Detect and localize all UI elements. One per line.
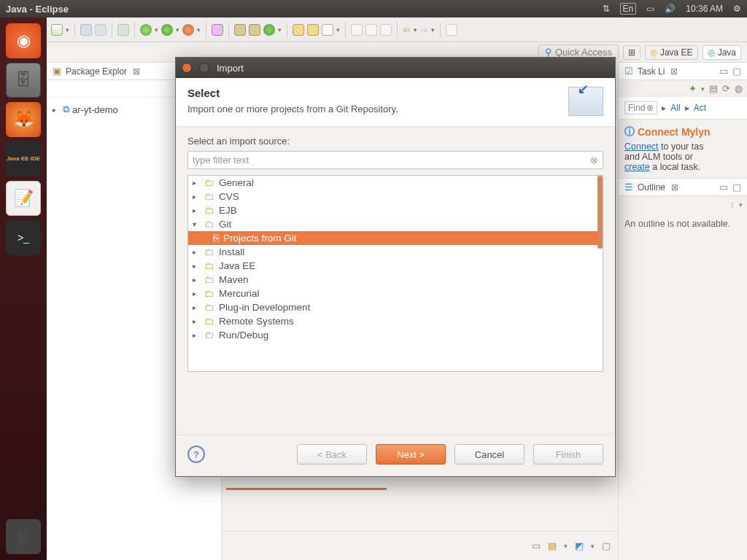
open-type-icon[interactable] — [293, 24, 304, 36]
console-min-icon[interactable]: ▭ — [532, 540, 541, 551]
launcher-trash[interactable]: 🗑 — [6, 519, 41, 554]
nav-back-icon[interactable]: ⇦ — [403, 24, 411, 35]
clock[interactable]: 10:36 AM — [686, 4, 723, 14]
task-find-input[interactable]: Find ⊗ — [624, 101, 657, 114]
launcher-gedit[interactable]: 📝 — [6, 181, 41, 216]
import-category-java-ee[interactable]: 🗀Java EE — [188, 259, 603, 273]
clear-icon[interactable]: ⊗ — [646, 103, 654, 113]
problems-view-icon[interactable]: ◩ — [575, 540, 584, 551]
tasks-view-icon[interactable]: ▢ — [602, 540, 611, 551]
perspective-java[interactable]: ◎ Java — [703, 45, 741, 60]
toolbar-dropdown-icon[interactable]: ▾ — [66, 26, 69, 34]
import-category-remote-systems[interactable]: 🗀Remote Systems — [188, 314, 603, 328]
new-package-icon[interactable] — [234, 24, 246, 36]
tree-twisty-icon[interactable] — [193, 317, 200, 325]
nav-forward-icon[interactable]: ⇨ — [420, 24, 428, 35]
tree-twisty-icon[interactable] — [193, 206, 200, 214]
synchronize-icon[interactable]: ⟳ — [722, 83, 730, 94]
open-perspective-button[interactable]: ⊞ — [623, 45, 640, 60]
import-source-projects-from-git[interactable]: ⎘ Projects from Git — [188, 231, 603, 245]
tree-twisty-icon[interactable] — [193, 220, 200, 228]
import-category-mercurial[interactable]: 🗀Mercurial — [188, 287, 603, 300]
launcher-terminal[interactable]: >_ — [6, 220, 41, 255]
close-icon[interactable]: ⊠ — [133, 66, 140, 77]
tree-twisty-icon[interactable]: ▸ — [53, 106, 60, 114]
tree-twisty-icon[interactable] — [193, 276, 200, 284]
search-icon[interactable] — [322, 24, 333, 36]
clear-filter-icon[interactable]: ⊗ — [590, 155, 598, 166]
toggle-mark-icon[interactable] — [351, 24, 363, 36]
cancel-button[interactable]: Cancel — [454, 444, 525, 464]
outline-tab[interactable]: ☰ Outline ⊠ ▭ ▢ — [619, 178, 747, 196]
tree-twisty-icon[interactable] — [193, 192, 200, 201]
save-all-icon[interactable] — [95, 24, 107, 36]
battery-icon[interactable]: ▭ — [646, 4, 654, 14]
back-button[interactable]: < Back — [297, 444, 367, 464]
keyboard-indicator[interactable]: En — [620, 3, 637, 15]
tree-twisty-icon[interactable] — [193, 262, 200, 270]
run-icon[interactable] — [161, 24, 173, 36]
minimize-icon[interactable]: ▭ — [719, 182, 728, 192]
sort-icon[interactable]: ↕ — [730, 199, 735, 210]
categorize-icon[interactable]: ▤ — [709, 83, 718, 94]
debug-icon[interactable] — [140, 24, 152, 36]
dialog-titlebar[interactable]: Import — [176, 58, 615, 78]
show-whitespace-icon[interactable] — [380, 24, 392, 36]
tree-twisty-icon[interactable] — [193, 248, 200, 256]
tree-twisty-icon[interactable] — [193, 289, 200, 298]
new-interface-icon[interactable] — [263, 24, 275, 36]
tree-twisty-icon[interactable] — [193, 303, 200, 311]
window-title: Java - Eclipse — [6, 4, 69, 15]
maximize-icon[interactable]: ▢ — [732, 182, 741, 192]
save-icon[interactable] — [80, 24, 92, 36]
pin-editor-icon[interactable] — [446, 24, 457, 36]
console-view-icon[interactable]: ▤ — [548, 540, 557, 551]
view-menu-icon[interactable]: ▾ — [739, 201, 743, 209]
import-category-general[interactable]: 🗀General — [188, 176, 603, 190]
filter-activate[interactable]: Act — [694, 103, 706, 113]
volume-icon[interactable]: 🔊 — [665, 4, 676, 14]
new-class-icon[interactable] — [249, 24, 260, 36]
new-task-icon[interactable]: ✦ — [689, 83, 697, 94]
close-icon[interactable]: ⊠ — [670, 66, 678, 77]
run-last-icon[interactable] — [182, 24, 194, 36]
import-category-install[interactable]: 🗀Install — [188, 245, 603, 259]
filter-input[interactable]: type filter text ⊗ — [187, 151, 603, 169]
close-icon[interactable]: ⊠ — [671, 182, 678, 192]
coverage-icon[interactable] — [212, 24, 223, 36]
maximize-icon[interactable]: ▢ — [732, 66, 741, 77]
next-button[interactable]: Next > — [376, 444, 446, 464]
new-wizard-icon[interactable] — [51, 24, 63, 36]
minimize-icon[interactable]: ▭ — [719, 66, 728, 77]
focus-icon[interactable]: ◍ — [735, 83, 743, 94]
task-list-tab[interactable]: ☑ Task Li ⊠ ▭ ▢ — [619, 63, 747, 80]
tree-twisty-icon[interactable] — [193, 331, 200, 339]
import-category-git[interactable]: 🗀Git — [188, 217, 603, 231]
launcher-eclipse[interactable]: Java EE IDE — [6, 141, 41, 176]
gear-icon[interactable]: ⚙ — [733, 4, 741, 14]
build-icon[interactable] — [117, 24, 129, 36]
scrollbar-thumb[interactable] — [597, 176, 603, 249]
launcher-firefox[interactable]: 🦊 — [6, 102, 41, 137]
mylyn-create-link[interactable]: create — [624, 162, 650, 172]
window-minimize-icon[interactable] — [199, 63, 209, 73]
import-category-cvs[interactable]: 🗀CVS — [188, 190, 603, 203]
mylyn-connect-link[interactable]: Connect — [624, 141, 659, 152]
import-category-run-debug[interactable]: 🗀Run/Debug — [188, 328, 603, 342]
category-label: CVS — [219, 191, 239, 202]
filter-all[interactable]: All — [670, 103, 680, 113]
network-icon[interactable]: ⇅ — [603, 4, 610, 14]
import-source-tree[interactable]: 🗀General🗀CVS🗀EJB🗀Git⎘ Projects from Git🗀… — [187, 175, 603, 372]
import-category-ejb[interactable]: 🗀EJB — [188, 203, 603, 217]
open-task-icon[interactable] — [307, 24, 319, 36]
toggle-block-icon[interactable] — [365, 24, 377, 36]
window-close-icon[interactable] — [182, 63, 192, 73]
import-category-plug-in-development[interactable]: 🗀Plug-in Development — [188, 300, 603, 314]
finish-button[interactable]: Finish — [533, 444, 603, 464]
help-button[interactable]: ? — [187, 446, 205, 463]
import-category-maven[interactable]: 🗀Maven — [188, 273, 603, 287]
perspective-java-ee[interactable]: ◎ Java EE — [645, 45, 698, 60]
launcher-dash[interactable]: ◉ — [6, 23, 41, 58]
tree-twisty-icon[interactable] — [193, 179, 200, 187]
launcher-files[interactable]: 🗄 — [6, 63, 41, 98]
